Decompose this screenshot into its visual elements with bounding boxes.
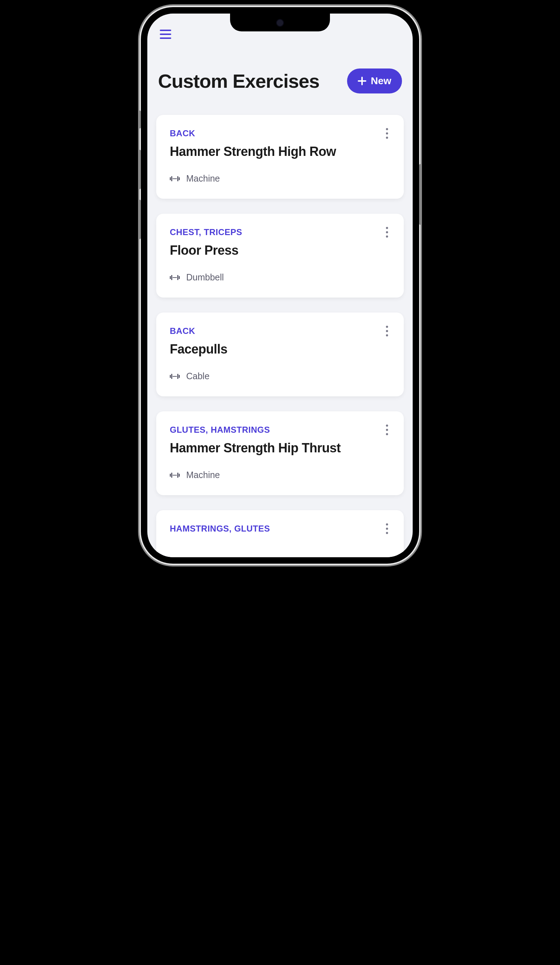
exercise-list: BACK Hammer Strength High Row Machine xyxy=(156,115,404,557)
app-content: Custom Exercises New BACK Hammer Strengt… xyxy=(147,13,413,557)
exercise-card[interactable]: BACK Facepulls Cable xyxy=(156,312,404,396)
svg-rect-0 xyxy=(170,177,171,180)
svg-rect-10 xyxy=(170,375,171,378)
hamburger-icon xyxy=(160,38,171,39)
dots-vertical-icon xyxy=(386,334,388,337)
dots-vertical-icon xyxy=(386,330,388,332)
equipment-label: Machine xyxy=(186,173,220,184)
menu-button[interactable] xyxy=(159,27,172,42)
exercise-card[interactable]: HAMSTRINGS, GLUTES xyxy=(156,510,404,557)
page-title: Custom Exercises xyxy=(158,70,319,92)
phone-frame: Custom Exercises New BACK Hammer Strengt… xyxy=(141,7,419,564)
equipment-row: Dumbbell xyxy=(170,272,390,283)
exercise-card[interactable]: CHEST, TRICEPS Floor Press Dumbbell xyxy=(156,214,404,298)
dots-vertical-icon xyxy=(386,326,388,328)
phone-side-button xyxy=(138,150,141,189)
plus-icon xyxy=(358,77,366,85)
svg-rect-19 xyxy=(179,474,180,477)
exercise-card[interactable]: BACK Hammer Strength High Row Machine xyxy=(156,115,404,199)
dots-vertical-icon xyxy=(386,523,388,525)
barbell-icon xyxy=(170,472,180,478)
muscle-groups-label: HAMSTRINGS, GLUTES xyxy=(170,524,390,534)
exercise-name: Hammer Strength Hip Thrust xyxy=(170,441,390,456)
equipment-label: Machine xyxy=(186,470,220,480)
more-options-button[interactable] xyxy=(382,522,392,536)
dots-vertical-icon xyxy=(386,236,388,237)
svg-rect-12 xyxy=(173,376,177,377)
hamburger-icon xyxy=(160,34,171,35)
phone-side-button xyxy=(138,200,141,239)
svg-rect-2 xyxy=(173,178,177,179)
more-options-button[interactable] xyxy=(382,324,392,338)
svg-rect-8 xyxy=(177,275,178,280)
svg-rect-4 xyxy=(179,177,180,180)
dots-vertical-icon xyxy=(386,429,388,431)
exercise-card[interactable]: GLUTES, HAMSTRINGS Hammer Strength Hip T… xyxy=(156,411,404,495)
svg-rect-3 xyxy=(177,176,178,181)
dots-vertical-icon xyxy=(386,231,388,233)
svg-rect-15 xyxy=(170,474,171,477)
hamburger-icon xyxy=(160,29,171,31)
dots-vertical-icon xyxy=(386,532,388,534)
muscle-groups-label: BACK xyxy=(170,128,390,138)
phone-notch xyxy=(230,13,330,31)
equipment-label: Cable xyxy=(186,371,209,381)
new-button-label: New xyxy=(371,75,391,87)
svg-rect-13 xyxy=(177,374,178,379)
dots-vertical-icon xyxy=(386,227,388,229)
exercise-name: Facepulls xyxy=(170,342,390,357)
more-options-button[interactable] xyxy=(382,225,392,239)
barbell-icon xyxy=(170,176,180,182)
svg-rect-1 xyxy=(171,176,172,181)
dots-vertical-icon xyxy=(386,137,388,139)
svg-rect-17 xyxy=(173,475,177,476)
dots-vertical-icon xyxy=(386,433,388,435)
svg-rect-11 xyxy=(171,374,172,379)
new-exercise-button[interactable]: New xyxy=(347,69,402,93)
equipment-row: Machine xyxy=(170,173,390,184)
muscle-groups-label: CHEST, TRICEPS xyxy=(170,227,390,237)
phone-side-button xyxy=(138,111,141,128)
svg-rect-18 xyxy=(177,473,178,478)
page-header: Custom Exercises New xyxy=(156,69,404,93)
exercise-name: Floor Press xyxy=(170,243,390,258)
svg-rect-16 xyxy=(171,473,172,478)
dots-vertical-icon xyxy=(386,128,388,130)
equipment-row: Machine xyxy=(170,470,390,480)
phone-screen: Custom Exercises New BACK Hammer Strengt… xyxy=(147,13,413,557)
dots-vertical-icon xyxy=(386,132,388,134)
svg-rect-9 xyxy=(179,276,180,279)
phone-side-button xyxy=(419,164,422,225)
svg-rect-5 xyxy=(170,276,171,279)
exercise-name: Hammer Strength High Row xyxy=(170,144,390,159)
barbell-icon xyxy=(170,373,180,379)
equipment-label: Dumbbell xyxy=(186,272,224,283)
svg-rect-6 xyxy=(171,275,172,280)
muscle-groups-label: BACK xyxy=(170,326,390,336)
muscle-groups-label: GLUTES, HAMSTRINGS xyxy=(170,425,390,435)
svg-rect-7 xyxy=(173,277,177,278)
svg-rect-14 xyxy=(179,375,180,378)
more-options-button[interactable] xyxy=(382,126,392,141)
barbell-icon xyxy=(170,275,180,280)
dots-vertical-icon xyxy=(386,528,388,530)
more-options-button[interactable] xyxy=(382,423,392,437)
dots-vertical-icon xyxy=(386,425,388,427)
equipment-row: Cable xyxy=(170,371,390,381)
